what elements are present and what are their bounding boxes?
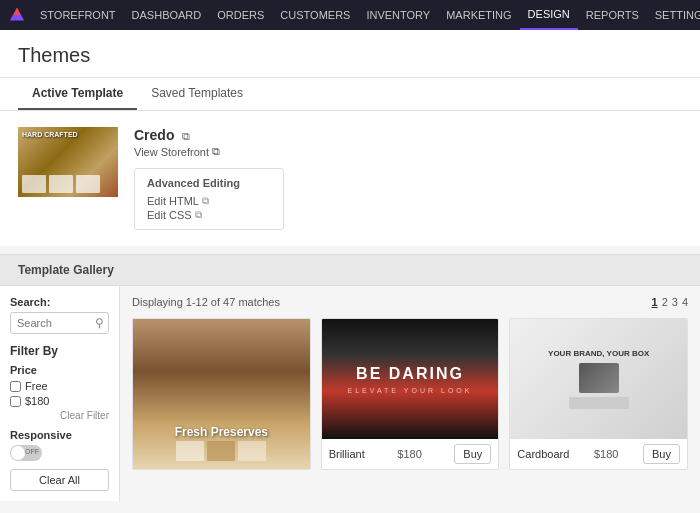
advanced-editing-box: Advanced Editing Edit HTML ⧉ Edit CSS ⧉ (134, 168, 284, 230)
cardboard-box-graphic (579, 363, 619, 393)
nav-marketing[interactable]: MARKETING (438, 0, 519, 30)
view-storefront-link[interactable]: View Storefront ⧉ (134, 145, 682, 158)
cardboard-heading: YOUR BRAND, YOUR BOX (548, 349, 649, 359)
nav-settings[interactable]: SETTINGS (647, 0, 700, 30)
artisan-preview: Fresh Preserves (133, 319, 310, 469)
brilliant-buy-button[interactable]: Buy (454, 444, 491, 464)
tab-saved-templates[interactable]: Saved Templates (137, 78, 257, 110)
brilliant-name: Brilliant (329, 448, 365, 460)
page-title: Themes (18, 44, 682, 67)
template-name: Credo (134, 127, 174, 143)
page-3[interactable]: 3 (672, 296, 678, 308)
clear-filter-link[interactable]: Clear Filter (10, 410, 109, 421)
template-item-artisan: Fresh Preserves Artisan $180 Buy (132, 318, 311, 470)
gallery-body: Search: ⚲ Filter By Price Free $180 Clea… (0, 286, 700, 501)
cardboard-buy-button[interactable]: Buy (643, 444, 680, 464)
template-grid: Fresh Preserves Artisan $180 Buy (132, 318, 688, 470)
responsive-toggle-wrap: OFF (10, 445, 109, 461)
nav-orders[interactable]: ORDERS (209, 0, 272, 30)
cardboard-footer: Cardboard $180 Buy (510, 439, 687, 469)
page-4[interactable]: 4 (682, 296, 688, 308)
nav-reports[interactable]: REPORTS (578, 0, 647, 30)
edit-html-link[interactable]: Edit HTML ⧉ (147, 195, 271, 207)
brilliant-price: $180 (397, 448, 421, 460)
artisan-footer: Artisan $180 Buy (133, 469, 310, 470)
clear-all-button[interactable]: Clear All (10, 469, 109, 491)
cardboard-name: Cardboard (517, 448, 569, 460)
cardboard-price: $180 (594, 448, 618, 460)
template-info: Credo ⧉ View Storefront ⧉ Advanced Editi… (134, 127, 682, 230)
template-item-cardboard: YOUR BRAND, YOUR BOX Cardboard $180 Buy (509, 318, 688, 470)
paid-checkbox[interactable] (10, 396, 21, 407)
navbar: STOREFRONT DASHBOARD ORDERS CUSTOMERS IN… (0, 0, 700, 30)
brilliant-preview: BE DARING ELEVATE YOUR LOOK (322, 319, 499, 439)
tab-active-template[interactable]: Active Template (18, 78, 137, 110)
paid-price-row: $180 (10, 395, 109, 407)
responsive-label: Responsive (10, 429, 109, 441)
free-checkbox[interactable] (10, 381, 21, 392)
search-label: Search: (10, 296, 109, 308)
brilliant-subheading: ELEVATE YOUR LOOK (348, 387, 473, 394)
tabs-bar: Active Template Saved Templates (0, 78, 700, 111)
gallery-sidebar: Search: ⚲ Filter By Price Free $180 Clea… (0, 286, 120, 501)
edit-css-link[interactable]: Edit CSS ⧉ (147, 209, 271, 221)
price-filter-label: Price (10, 364, 109, 376)
nav-design[interactable]: DESIGN (520, 0, 578, 30)
page-header: Themes (0, 30, 700, 78)
cardboard-bar (569, 397, 629, 409)
nav-customers[interactable]: CUSTOMERS (272, 0, 358, 30)
template-item-brilliant: BE DARING ELEVATE YOUR LOOK Brilliant $1… (321, 318, 500, 470)
toggle-off-label: OFF (25, 448, 39, 455)
cardboard-preview: YOUR BRAND, YOUR BOX (510, 319, 687, 439)
active-template-section: HARD CRAFTED Credo ⧉ View Storefront ⧉ A… (0, 111, 700, 246)
page-1[interactable]: 1 (652, 296, 658, 308)
external-link-small-icon: ⧉ (212, 145, 220, 158)
paid-label: $180 (25, 395, 49, 407)
gallery-title: Template Gallery (18, 263, 114, 277)
nav-items: STOREFRONT DASHBOARD ORDERS CUSTOMERS IN… (32, 0, 700, 30)
free-price-row: Free (10, 380, 109, 392)
search-icon[interactable]: ⚲ (95, 316, 104, 330)
brilliant-heading: BE DARING (356, 365, 464, 383)
template-thumbnail: HARD CRAFTED (18, 127, 118, 197)
gallery-section: Template Gallery Search: ⚲ Filter By Pri… (0, 254, 700, 501)
display-count: Displaying 1-12 of 47 matches (132, 296, 280, 308)
nav-inventory[interactable]: INVENTORY (358, 0, 438, 30)
external-link-icon[interactable]: ⧉ (182, 130, 190, 142)
pagination: 1 2 3 4 (652, 296, 689, 308)
nav-storefront[interactable]: STOREFRONT (32, 0, 124, 30)
free-label: Free (25, 380, 48, 392)
external-link-css-icon: ⧉ (195, 209, 202, 221)
toggle-knob (11, 446, 25, 460)
responsive-toggle[interactable]: OFF (10, 445, 42, 461)
logo-icon[interactable] (8, 6, 26, 24)
svg-marker-1 (13, 8, 20, 15)
filter-by-title: Filter By (10, 344, 109, 358)
nav-dashboard[interactable]: DASHBOARD (124, 0, 210, 30)
advanced-editing-title: Advanced Editing (147, 177, 271, 189)
external-link-html-icon: ⧉ (202, 195, 209, 207)
gallery-info-bar: Displaying 1-12 of 47 matches 1 2 3 4 (132, 296, 688, 308)
template-card: HARD CRAFTED Credo ⧉ View Storefront ⧉ A… (18, 127, 682, 230)
search-input-wrap: ⚲ (10, 312, 109, 334)
gallery-header-bar: Template Gallery (0, 254, 700, 286)
brilliant-footer: Brilliant $180 Buy (322, 439, 499, 469)
page-2[interactable]: 2 (662, 296, 668, 308)
gallery-main: Displaying 1-12 of 47 matches 1 2 3 4 Fr… (120, 286, 700, 501)
